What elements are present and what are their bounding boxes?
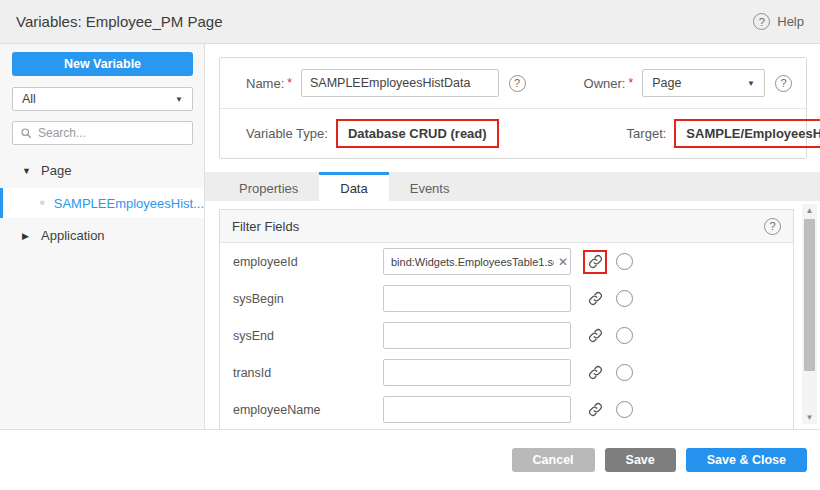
- tree-item-page[interactable]: ▼ Page: [0, 157, 204, 184]
- help-icon: ?: [753, 13, 770, 30]
- field-input[interactable]: [383, 396, 571, 423]
- tab-events[interactable]: Events: [389, 172, 471, 201]
- detail-tabbar: PropertiesDataEvents: [205, 172, 820, 201]
- name-input[interactable]: [301, 69, 499, 97]
- new-variable-button[interactable]: New Variable: [12, 52, 193, 76]
- owner-select[interactable]: Page ▼: [642, 69, 765, 97]
- save-close-button[interactable]: Save & Close: [686, 448, 807, 472]
- target-value: SAMPLE/EmployeesHist: [674, 119, 820, 148]
- variables-tree: ▼ Page SAMPLEEmployeesHist... ▶ Applicat…: [0, 157, 204, 249]
- tab-properties[interactable]: Properties: [218, 172, 319, 201]
- owner-value: Page: [652, 76, 681, 90]
- filter-row: employeeId ✕: [220, 243, 793, 280]
- page-title: Variables: Employee_PM Page: [16, 13, 223, 30]
- variable-filter-value: All: [22, 92, 36, 106]
- dialog-footer: Cancel Save Save & Close: [0, 430, 820, 490]
- bind-button[interactable]: [583, 398, 607, 422]
- filter-row: sysBegin: [220, 280, 793, 317]
- link-icon: [588, 254, 603, 269]
- field-label: sysEnd: [233, 329, 383, 343]
- tree-expanded-icon: ▼: [22, 166, 32, 176]
- caret-down-icon: ▼: [175, 95, 183, 104]
- variable-detail-panel: Name: * ? Owner: * Page ▼ ? Variable Typ…: [205, 44, 820, 429]
- field-input-wrap: ✕: [383, 248, 571, 275]
- tree-item-page-label: Page: [41, 163, 71, 178]
- field-input[interactable]: [383, 248, 571, 275]
- link-icon: [588, 365, 603, 380]
- bind-button[interactable]: [583, 361, 607, 385]
- field-input[interactable]: [383, 359, 571, 386]
- name-required-marker: *: [287, 76, 292, 90]
- variables-dialog: Variables: Employee_PM Page ? Help New V…: [0, 0, 820, 490]
- link-icon: [588, 402, 603, 417]
- search-input[interactable]: [38, 126, 185, 140]
- link-icon: [588, 291, 603, 306]
- tab-content: Filter Fields ? employeeId ✕ sysBegin sy…: [205, 201, 820, 429]
- field-label: transId: [233, 366, 383, 380]
- field-help-icon[interactable]: [616, 401, 633, 418]
- field-input-wrap: [383, 359, 571, 386]
- caret-down-icon: ▼: [747, 79, 755, 88]
- variable-type-value: Database CRUD (read): [336, 119, 499, 148]
- variable-info-box: Name: * ? Owner: * Page ▼ ? Variable Typ…: [219, 57, 807, 159]
- title-bar: Variables: Employee_PM Page ? Help: [0, 0, 820, 44]
- help-label: Help: [777, 14, 804, 29]
- scroll-thumb[interactable]: [804, 219, 815, 371]
- scroll-down-icon[interactable]: ▼: [806, 411, 814, 424]
- field-input-wrap: [383, 285, 571, 312]
- cancel-button[interactable]: Cancel: [512, 448, 595, 472]
- scroll-up-icon[interactable]: ▲: [806, 204, 814, 217]
- tab-data[interactable]: Data: [319, 172, 388, 201]
- filter-row: sysEnd: [220, 317, 793, 354]
- field-label: employeeId: [233, 255, 383, 269]
- field-input-wrap: [383, 396, 571, 423]
- tree-item-variable-label: SAMPLEEmployeesHist...: [54, 196, 204, 211]
- owner-required-marker: *: [628, 76, 633, 90]
- tree-item-variable-selected[interactable]: SAMPLEEmployeesHist...: [0, 188, 204, 218]
- target-label: Target:: [627, 126, 667, 141]
- filter-fields-help-icon[interactable]: ?: [764, 218, 781, 235]
- tree-item-application[interactable]: ▶ Application: [0, 222, 204, 249]
- field-help-icon[interactable]: [616, 253, 633, 270]
- link-icon: [588, 328, 603, 343]
- field-help-icon[interactable]: [616, 290, 633, 307]
- bind-button[interactable]: [583, 324, 607, 348]
- tree-collapsed-icon: ▶: [22, 231, 32, 241]
- filter-rows: employeeId ✕ sysBegin sysEnd transId: [220, 243, 793, 428]
- name-help-icon[interactable]: ?: [509, 75, 526, 92]
- bind-button[interactable]: [583, 287, 607, 311]
- bind-button[interactable]: [583, 250, 607, 274]
- help-button[interactable]: ? Help: [753, 13, 804, 30]
- field-help-icon[interactable]: [616, 327, 633, 344]
- field-input[interactable]: [383, 285, 571, 312]
- variable-type-label: Variable Type:: [246, 126, 328, 141]
- owner-help-icon[interactable]: ?: [775, 75, 792, 92]
- search-box[interactable]: [12, 121, 193, 145]
- tree-item-application-label: Application: [41, 228, 105, 243]
- field-label: employeeName: [233, 403, 383, 417]
- filter-fields-title: Filter Fields: [232, 219, 299, 234]
- variable-filter-select[interactable]: All ▼: [12, 87, 193, 111]
- name-label: Name:: [246, 76, 284, 91]
- field-input[interactable]: [383, 322, 571, 349]
- filter-fields-panel: Filter Fields ? employeeId ✕ sysBegin sy…: [219, 209, 794, 429]
- field-label: sysBegin: [233, 292, 383, 306]
- variables-sidebar: New Variable All ▼ ▼ Page SAMPLEEmployee…: [0, 44, 205, 429]
- save-button[interactable]: Save: [605, 448, 676, 472]
- search-icon: [20, 127, 32, 139]
- filter-row: transId: [220, 354, 793, 391]
- database-icon: [40, 196, 45, 210]
- field-input-wrap: [383, 322, 571, 349]
- field-help-icon[interactable]: [616, 364, 633, 381]
- owner-label: Owner:: [584, 76, 626, 91]
- filter-row: employeeName: [220, 391, 793, 428]
- clear-icon[interactable]: ✕: [558, 256, 568, 268]
- vertical-scrollbar[interactable]: ▲ ▼: [802, 204, 817, 424]
